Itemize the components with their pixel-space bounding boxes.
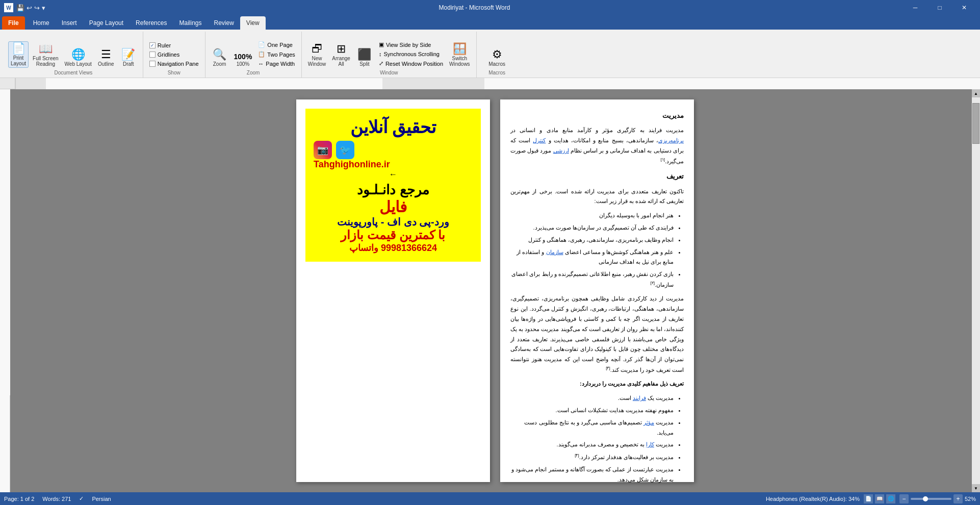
audio-status: Headphones (Realtek(R) Audio): 34% xyxy=(766,496,860,502)
zoom-100-icon: 100% xyxy=(234,53,252,60)
list-item-1: هنر انجام امور با به‌وسیله دیگران xyxy=(510,211,674,221)
ad-price: با کمترین قیمت بازار xyxy=(314,228,473,242)
view-side-label: View Side by Side xyxy=(386,42,431,48)
zoom-100-button[interactable]: 100% 100% xyxy=(232,52,254,68)
ribbon-group-window: 🗗 NewWindow ⊞ ArrangeAll ⬛ Split ▣ View … xyxy=(302,32,477,78)
print-layout-button[interactable]: 📄 PrintLayout xyxy=(8,41,29,68)
customize-icon[interactable]: ▾ xyxy=(42,4,45,12)
synchronous-scrolling-button[interactable]: ↕ Synchronous Scrolling xyxy=(377,50,445,58)
save-icon[interactable]: 💾 xyxy=(16,4,24,12)
gridlines-label: Gridlines xyxy=(158,52,179,58)
window-group-label: Window xyxy=(380,68,398,75)
tab-page-layout[interactable]: Page Layout xyxy=(83,16,130,30)
show-items: Ruler Gridlines Navigation Pane xyxy=(147,34,201,68)
spell-check[interactable]: ✓ xyxy=(79,495,84,502)
print-layout-label: PrintLayout xyxy=(11,55,26,66)
document-views-items: 📄 PrintLayout 📖 Full ScreenReading 🌐 Web… xyxy=(8,34,139,68)
document-area[interactable]: تحقیق آنلاین 📷 🐦 Tahghighonline.ir ← مرج… xyxy=(10,89,980,492)
maximize-button[interactable]: □ xyxy=(928,0,951,15)
language-status[interactable]: Persian xyxy=(92,496,111,502)
one-page-label: One Page xyxy=(267,42,293,48)
page-width-button[interactable]: ↔ Page Width xyxy=(256,60,297,68)
reset-window-icon: ⤢ xyxy=(379,60,383,67)
outline-button[interactable]: ☰ Outline xyxy=(96,48,116,68)
web-view-icon[interactable]: 🌐 xyxy=(886,494,895,503)
minimize-button[interactable]: ─ xyxy=(904,0,927,15)
status-bar-right: Headphones (Realtek(R) Audio): 34% 📄 📖 🌐… xyxy=(766,494,976,503)
redo-icon[interactable]: ↪ xyxy=(34,4,40,12)
zoom-controls: − + 52% xyxy=(899,494,976,503)
heading-management: مدیریت xyxy=(510,110,684,121)
tab-view[interactable]: View xyxy=(240,16,266,30)
language-text: Persian xyxy=(92,496,111,502)
print-view-icon[interactable]: 📄 xyxy=(864,494,873,503)
ad-types: ورد-پی دی اف - پاورپوینت xyxy=(314,216,473,228)
tab-home[interactable]: Home xyxy=(27,16,56,30)
split-button[interactable]: ⬛ Split xyxy=(354,48,375,68)
list-item-4: علم و هنر هماهنگی کوشش‌ها و مساعی اعضای … xyxy=(510,247,674,268)
zoom-in-button[interactable]: + xyxy=(953,494,963,503)
scroll-track[interactable] xyxy=(972,97,980,484)
ruler-checkbox-item[interactable]: Ruler xyxy=(147,41,201,49)
tab-mailings[interactable]: Mailings xyxy=(173,16,208,30)
web-layout-button[interactable]: 🌐 Web Layout xyxy=(63,48,94,68)
full-screen-reading-button[interactable]: 📖 Full ScreenReading xyxy=(31,42,61,68)
tab-file[interactable]: File xyxy=(2,16,25,30)
tab-references[interactable]: References xyxy=(130,16,173,30)
title-bar: W 💾 ↩ ↪ ▾ Modiriyat - Microsoft Word ─ □… xyxy=(0,0,980,15)
macros-button[interactable]: ⚙ Macros xyxy=(486,48,507,68)
ruler-checkbox[interactable] xyxy=(149,42,156,48)
svg-rect-2 xyxy=(15,78,46,89)
zoom-out-button[interactable]: − xyxy=(899,494,909,503)
reset-window-position-button[interactable]: ⤢ Reset Window Position xyxy=(377,59,445,68)
one-page-button[interactable]: 📄 One Page xyxy=(256,40,297,49)
gridlines-checkbox-item[interactable]: Gridlines xyxy=(147,50,201,59)
para-definition: تاکنون تعاریف متعددی برای مدیریت ارائه ش… xyxy=(510,187,684,207)
zoom-100-label: 100% xyxy=(237,61,250,67)
zoom-slider[interactable] xyxy=(911,498,951,500)
concept-1: مدیریت یک فرایند است. xyxy=(510,393,674,403)
switch-windows-button[interactable]: 🪟 SwitchWindows xyxy=(447,42,472,68)
close-button[interactable]: ✕ xyxy=(952,0,976,15)
sync-scroll-icon: ↕ xyxy=(379,51,382,57)
view-side-by-side-button[interactable]: ▣ View Side by Side xyxy=(377,40,445,49)
new-window-button[interactable]: 🗗 NewWindow xyxy=(306,42,328,68)
concept-6: مدیریت عبارتست از عملی که بصورت آگاهانه … xyxy=(510,465,674,485)
arrange-all-button[interactable]: ⊞ ArrangeAll xyxy=(330,42,352,68)
quick-save-toolbar: 💾 ↩ ↪ ▾ xyxy=(16,4,45,12)
tab-insert[interactable]: Insert xyxy=(56,16,83,30)
document-views-label: Document Views xyxy=(54,68,92,75)
scroll-down-button[interactable]: ▼ xyxy=(972,484,980,492)
scroll-thumb[interactable] xyxy=(972,103,979,144)
navigation-pane-checkbox-item[interactable]: Navigation Pane xyxy=(147,60,201,68)
zoom-page-options: 📄 One Page 📋 Two Pages ↔ Page Width xyxy=(256,40,297,68)
zoom-button[interactable]: 🔍 Zoom xyxy=(210,48,230,68)
full-screen-label: Full ScreenReading xyxy=(33,56,59,67)
reading-view-icon[interactable]: 📖 xyxy=(875,494,884,503)
navigation-pane-checkbox[interactable] xyxy=(149,61,156,67)
window-checkboxes: ▣ View Side by Side ↕ Synchronous Scroll… xyxy=(377,40,445,68)
scroll-up-button[interactable]: ▲ xyxy=(972,89,980,97)
concept-5: مدیریت بر فعالیت‌های هدفدار تمرکز دارد.[… xyxy=(510,452,674,462)
draft-button[interactable]: 📝 Draft xyxy=(118,48,139,68)
definition-list: هنر انجام امور با به‌وسیله دیگران فرایند… xyxy=(510,211,684,290)
vertical-scrollbar[interactable]: ▲ ▼ xyxy=(972,89,980,492)
svg-rect-4 xyxy=(0,89,10,395)
view-mode-icons: 📄 📖 🌐 xyxy=(864,494,895,503)
ribbon-group-document-views: 📄 PrintLayout 📖 Full ScreenReading 🌐 Web… xyxy=(4,32,143,78)
two-pages-button[interactable]: 📋 Two Pages xyxy=(256,50,297,59)
audio-text: Headphones (Realtek(R) Audio): 34% xyxy=(766,496,860,502)
tab-review[interactable]: Review xyxy=(208,16,240,30)
gridlines-checkbox[interactable] xyxy=(149,52,156,58)
switch-windows-icon: 🪟 xyxy=(453,43,467,55)
view-side-icon: ▣ xyxy=(379,41,384,48)
show-label: Show xyxy=(168,68,180,75)
twitter-icon: 🐦 xyxy=(336,141,354,159)
page-width-icon: ↔ xyxy=(258,61,264,67)
para-management-def: مدیریت فرایند به کارگیری مؤثر و کارآمد م… xyxy=(510,125,684,166)
outline-icon: ☰ xyxy=(101,49,111,60)
page-status: Page: 1 of 2 xyxy=(4,496,34,502)
ribbon-group-macros: ⚙ Macros Macros xyxy=(477,32,518,78)
ad-file: فایل xyxy=(314,198,473,216)
undo-icon[interactable]: ↩ xyxy=(27,4,32,12)
